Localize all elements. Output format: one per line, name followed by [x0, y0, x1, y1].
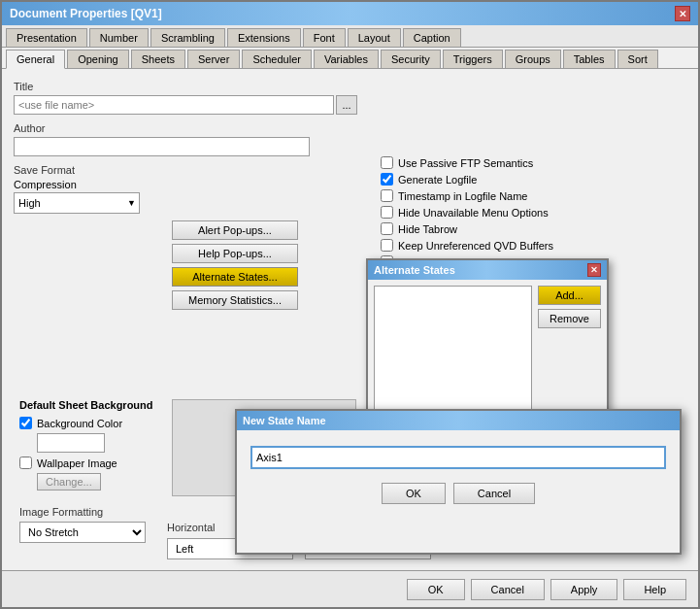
help-button[interactable]: Help — [623, 579, 686, 600]
tab-general[interactable]: General — [6, 50, 65, 69]
top-tab-bar: Presentation Number Scrambling Extension… — [2, 25, 698, 48]
new-state-content: OK Cancel — [237, 430, 680, 514]
tab-security[interactable]: Security — [381, 50, 441, 68]
content-area: Title ... Author Save Format Compression… — [2, 69, 698, 570]
tab-extensions[interactable]: Extensions — [227, 28, 301, 47]
alt-states-close-button[interactable]: ✕ — [587, 263, 601, 277]
checkbox-keep-qvd[interactable] — [381, 239, 393, 252]
tab-font[interactable]: Font — [303, 28, 346, 47]
checkbox-row-3: Hide Unavailable Menu Options — [381, 206, 553, 219]
checkbox-hide-menu[interactable] — [381, 206, 393, 219]
tab-scheduler[interactable]: Scheduler — [242, 50, 312, 68]
image-format-dropdown[interactable]: No Stretch Fill Fit Stretch — [19, 522, 146, 543]
title-section: Title ... — [14, 81, 686, 115]
bg-color-swatch[interactable] — [37, 433, 105, 453]
compression-dropdown[interactable]: High Medium Low None — [14, 192, 140, 214]
default-bg-title: Default Sheet Background — [19, 399, 153, 411]
new-state-cancel-button[interactable]: Cancel — [453, 483, 535, 504]
remove-state-button[interactable]: Remove — [538, 309, 601, 328]
tab-groups[interactable]: Groups — [505, 50, 561, 68]
tab-sort[interactable]: Sort — [617, 50, 658, 68]
checkbox-logfile-label: Generate Logfile — [398, 174, 477, 186]
wallpaper-label: Wallpaper Image — [37, 457, 117, 469]
checkbox-row-4: Hide Tabrow — [381, 222, 553, 235]
checkbox-row-1: Generate Logfile — [381, 173, 553, 186]
checkboxes-area: Use Passive FTP Semantics Generate Logfi… — [381, 156, 553, 268]
image-format-dropdown-wrapper: No Stretch Fill Fit Stretch — [19, 522, 146, 543]
alt-states-title: Alternate States — [374, 264, 455, 276]
second-tab-bar: General Opening Sheets Server Scheduler … — [2, 48, 698, 69]
help-popups-button[interactable]: Help Pop-ups... — [172, 244, 298, 263]
tab-scrambling[interactable]: Scrambling — [150, 28, 225, 47]
wallpaper-checkbox[interactable] — [19, 457, 32, 469]
tab-layout[interactable]: Layout — [348, 28, 401, 47]
main-window: Document Properties [QV1] ✕ Presentation… — [0, 0, 700, 609]
checkbox-hide-tabrow[interactable] — [381, 222, 393, 235]
states-list — [374, 286, 532, 421]
compression-label: Compression — [14, 179, 686, 190]
tab-tables[interactable]: Tables — [563, 50, 616, 68]
title-label: Title — [14, 81, 686, 92]
new-state-ok-button[interactable]: OK — [382, 483, 446, 504]
checkbox-logfile[interactable] — [381, 173, 393, 186]
tab-triggers[interactable]: Triggers — [443, 50, 503, 68]
new-state-buttons: OK Cancel — [250, 483, 666, 504]
default-bg-section: Default Sheet Background Background Colo… — [19, 399, 153, 491]
compression-dropdown-wrapper: High Medium Low None ▼ — [14, 192, 140, 214]
bg-color-row: Background Color — [19, 417, 153, 429]
author-input[interactable] — [14, 137, 310, 156]
author-label: Author — [14, 122, 686, 134]
alternate-states-button[interactable]: Alternate States... — [172, 267, 298, 287]
alert-popups-button[interactable]: Alert Pop-ups... — [172, 220, 298, 240]
author-section: Author — [14, 122, 686, 156]
no-stretch-group: No Stretch Fill Fit Stretch — [19, 522, 146, 559]
action-buttons: Alert Pop-ups... Help Pop-ups... Alterna… — [172, 220, 298, 310]
title-row: ... — [14, 95, 686, 115]
checkbox-row-5: Keep Unreferenced QVD Buffers — [381, 239, 553, 252]
alt-states-content: Add... Remove — [368, 280, 607, 426]
new-state-title: New State Name — [243, 415, 326, 426]
change-button[interactable]: Change... — [37, 473, 101, 491]
checkbox-hide-tabrow-label: Hide Tabrow — [398, 223, 457, 235]
bg-color-label: Background Color — [37, 418, 122, 429]
checkbox-timestamp-label: Timestamp in Logfile Name — [398, 190, 527, 202]
bg-color-checkbox[interactable] — [19, 417, 32, 429]
new-state-input[interactable] — [250, 446, 666, 469]
checkbox-hide-menu-label: Hide Unavailable Menu Options — [398, 207, 549, 219]
add-state-button[interactable]: Add... — [538, 286, 601, 305]
alt-states-title-bar: Alternate States ✕ — [368, 260, 607, 280]
bottom-bar: OK Cancel Apply Help — [2, 570, 698, 607]
tab-sheets[interactable]: Sheets — [131, 50, 185, 68]
checkbox-row-0: Use Passive FTP Semantics — [381, 156, 553, 169]
checkbox-row-2: Timestamp in Logfile Name — [381, 189, 553, 202]
save-format-section: Save Format Compression High Medium Low … — [14, 164, 686, 214]
apply-button[interactable]: Apply — [550, 579, 618, 600]
new-state-title-bar: New State Name — [237, 411, 680, 430]
tab-variables[interactable]: Variables — [314, 50, 379, 68]
alt-states-buttons: Add... Remove — [538, 286, 601, 421]
title-input[interactable] — [14, 95, 334, 115]
browse-button[interactable]: ... — [336, 95, 357, 115]
cancel-button[interactable]: Cancel — [471, 579, 545, 600]
memory-statistics-button[interactable]: Memory Statistics... — [172, 290, 298, 310]
tab-caption[interactable]: Caption — [403, 28, 461, 47]
tab-number[interactable]: Number — [89, 28, 149, 47]
wallpaper-row: Wallpaper Image — [19, 457, 153, 469]
checkbox-timestamp[interactable] — [381, 189, 393, 202]
ok-button[interactable]: OK — [407, 579, 465, 600]
close-button[interactable]: ✕ — [675, 6, 690, 21]
window-title: Document Properties [QV1] — [10, 7, 162, 20]
title-bar: Document Properties [QV1] ✕ — [2, 2, 698, 25]
alternate-states-dialog: Alternate States ✕ Add... Remove — [366, 258, 609, 428]
checkbox-keep-qvd-label: Keep Unreferenced QVD Buffers — [398, 240, 553, 252]
checkbox-ftp-label: Use Passive FTP Semantics — [398, 157, 533, 169]
tab-opening[interactable]: Opening — [67, 50, 129, 68]
tab-server[interactable]: Server — [187, 50, 240, 68]
save-format-label: Save Format — [14, 164, 686, 176]
new-state-dialog: New State Name OK Cancel — [235, 409, 682, 555]
checkbox-ftp[interactable] — [381, 156, 393, 169]
tab-presentation[interactable]: Presentation — [6, 28, 87, 47]
